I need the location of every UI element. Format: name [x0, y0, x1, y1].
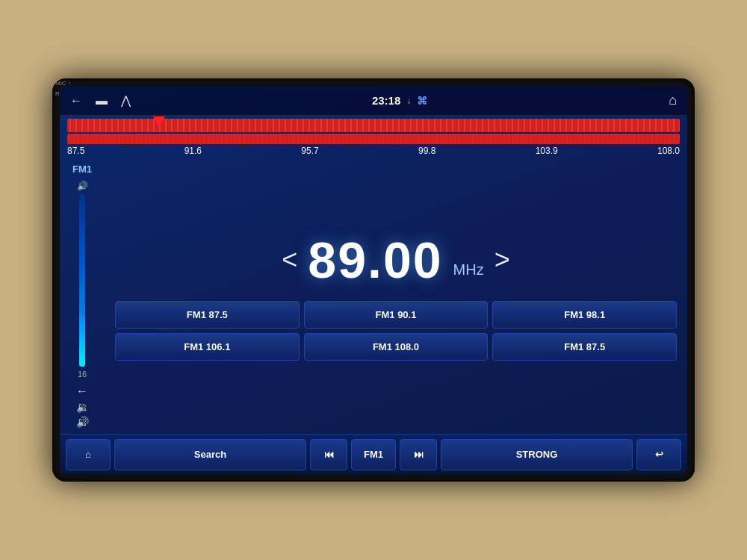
- fm1-button[interactable]: FM1: [351, 439, 396, 470]
- frequency-value: 89.00: [308, 231, 442, 289]
- top-bar-left: ← ▬ ⋀: [70, 93, 131, 108]
- time-display: 23:18 ↓ ⌘: [372, 94, 427, 107]
- strong-button[interactable]: STRONG: [441, 439, 633, 470]
- radio-screen: ← ▬ ⋀ 23:18 ↓ ⌘ ⌂ 87.5 91.6 95.7 99.8 10: [60, 86, 687, 474]
- chevron-icon[interactable]: ⋀: [121, 93, 131, 108]
- prev-icon: ⏮: [324, 449, 334, 460]
- preset-btn-0[interactable]: FM1 87.5: [115, 301, 300, 329]
- freq-right-arrow[interactable]: >: [495, 244, 510, 276]
- next-icon: ⏭: [414, 449, 424, 460]
- volume-container: [79, 194, 85, 367]
- fm1-label: FM1: [364, 449, 383, 460]
- signal-icon: ↓: [406, 96, 411, 106]
- time-text: 23:18: [372, 94, 400, 107]
- preset-btn-1[interactable]: FM1 90.1: [304, 301, 489, 329]
- frequency-ruler[interactable]: 87.5 91.6 95.7 99.8 103.9 108.0: [60, 116, 687, 158]
- left-sidebar: FM1 🔊 16 ← 🔉 🔊: [60, 158, 105, 434]
- preset-btn-4[interactable]: FM1 108.0: [304, 333, 489, 361]
- next-button[interactable]: ⏭: [400, 439, 437, 470]
- freq-left-arrow[interactable]: <: [282, 244, 297, 276]
- ruler-label-5: 108.0: [657, 146, 680, 156]
- volume-icon: 🔊: [77, 181, 88, 191]
- ruler-bar-top: [67, 119, 680, 132]
- bluetooth-icon: ⌘: [417, 95, 427, 107]
- frequency-display: < 89.00 MHz >: [282, 231, 509, 289]
- frequency-pointer: [153, 116, 165, 127]
- back-icon: ↩: [655, 449, 663, 460]
- ruler-bar-bottom: [67, 134, 680, 144]
- ruler-label-1: 91.6: [185, 146, 202, 156]
- vol-down-icon[interactable]: 🔉: [76, 401, 89, 413]
- main-area: FM1 🔊 16 ← 🔉 🔊 < 89.00 MHz: [60, 158, 687, 434]
- volume-bar[interactable]: [79, 194, 85, 367]
- home-button[interactable]: ⌂: [66, 439, 111, 470]
- center-content: < 89.00 MHz > FM1 87.5 FM1 90.1 FM1 98.1…: [105, 158, 687, 434]
- preset-btn-5[interactable]: FM1 87.5: [492, 333, 677, 361]
- home-icon-top[interactable]: ⌂: [669, 93, 677, 108]
- window-icon[interactable]: ▬: [96, 94, 108, 108]
- volume-number: 16: [78, 370, 87, 379]
- vol-up-icon[interactable]: 🔊: [76, 416, 89, 428]
- preset-btn-2[interactable]: FM1 98.1: [492, 301, 677, 329]
- prev-button[interactable]: ⏮: [310, 439, 347, 470]
- back-button[interactable]: ↩: [636, 439, 681, 470]
- ruler-label-0: 87.5: [67, 146, 84, 156]
- bottom-toolbar: ⌂ Search ⏮ FM1 ⏭ STRONG ↩: [60, 434, 687, 474]
- top-bar: ← ▬ ⋀ 23:18 ↓ ⌘ ⌂: [60, 86, 687, 116]
- car-radio-frame: MIC ↑ RST ← ▬ ⋀ 23:18 ↓ ⌘ ⌂ 87.5: [52, 78, 695, 482]
- home-icon: ⌂: [85, 449, 91, 460]
- search-label: Search: [194, 449, 226, 460]
- back-icon[interactable]: ←: [70, 94, 82, 108]
- ruler-label-4: 103.9: [536, 146, 558, 156]
- preset-btn-3[interactable]: FM1 106.1: [115, 333, 300, 361]
- ruler-label-2: 95.7: [301, 146, 318, 156]
- ruler-labels: 87.5 91.6 95.7 99.8 103.9 108.0: [67, 144, 680, 158]
- presets-grid: FM1 87.5 FM1 90.1 FM1 98.1 FM1 106.1 FM1…: [112, 301, 680, 361]
- nav-back-icon[interactable]: ←: [76, 385, 88, 398]
- fm-label: FM1: [72, 164, 92, 175]
- search-button[interactable]: Search: [114, 439, 306, 470]
- strong-label: STRONG: [516, 449, 558, 460]
- ruler-label-3: 99.8: [418, 146, 436, 156]
- volume-fill: [79, 315, 85, 367]
- frequency-unit: MHz: [453, 261, 484, 279]
